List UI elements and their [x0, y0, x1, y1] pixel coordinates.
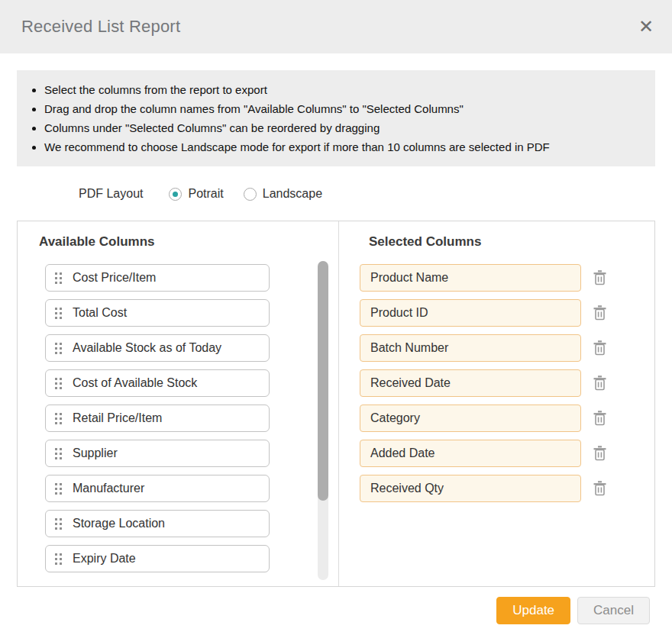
available-column-item[interactable]: Total Cost — [45, 299, 270, 327]
trash-icon — [593, 305, 606, 321]
delete-column-button[interactable] — [592, 305, 607, 321]
selected-column-label: Product ID — [370, 306, 428, 320]
selected-column-label: Received Date — [370, 376, 451, 390]
selected-column-row: Added Date — [360, 440, 654, 467]
selected-column-item[interactable]: Product Name — [360, 264, 581, 292]
available-column-label: Total Cost — [73, 306, 127, 320]
selected-column-label: Added Date — [370, 446, 435, 460]
radio-option-label: Potrait — [188, 187, 223, 201]
available-column-item[interactable]: Cost Price/Item — [45, 264, 270, 292]
available-column-label: Available Stock as of Today — [73, 341, 221, 355]
available-column-label: Retail Price/Item — [73, 411, 162, 425]
selected-column-row: Category — [360, 405, 654, 432]
available-column-item[interactable]: Supplier — [45, 440, 270, 467]
selected-column-label: Received Qty — [370, 482, 444, 495]
available-column-item[interactable]: Cost of Available Stock — [45, 369, 270, 397]
available-column-label: Manufacturer — [73, 482, 144, 495]
page-title: Received List Report — [21, 17, 180, 37]
selected-column-label: Category — [370, 411, 420, 425]
available-scrollbar-thumb[interactable] — [318, 261, 328, 501]
close-icon[interactable]: ✕ — [638, 18, 654, 36]
selected-column-item[interactable]: Received Date — [360, 369, 581, 397]
available-column-label: Supplier — [73, 446, 118, 460]
radio-button-icon[interactable] — [244, 188, 257, 201]
selected-columns-title: Selected Columns — [369, 234, 654, 250]
selected-columns-list: Product Name Product ID — [360, 264, 654, 502]
selected-column-item[interactable]: Batch Number — [360, 334, 581, 362]
trash-icon — [593, 270, 606, 285]
available-column-item[interactable]: Manufacturer — [45, 475, 270, 502]
selected-column-label: Batch Number — [370, 341, 448, 355]
drag-handle-icon[interactable] — [55, 483, 62, 495]
drag-handle-icon[interactable] — [55, 343, 62, 354]
available-column-label: Cost Price/Item — [73, 271, 156, 285]
available-column-label: Cost of Available Stock — [73, 376, 197, 390]
selected-column-item[interactable]: Added Date — [360, 440, 581, 467]
available-column-item[interactable]: Available Stock as of Today — [45, 334, 270, 362]
selected-column-row: Batch Number — [360, 334, 654, 362]
pdf-layout-options: Potrait Landscape — [169, 187, 342, 201]
radio-option-label: Landscape — [263, 187, 322, 201]
available-scrollbar-track[interactable] — [318, 261, 328, 580]
selected-column-label: Product Name — [370, 271, 448, 285]
drag-handle-icon[interactable] — [55, 553, 62, 565]
selected-column-row: Received Date — [360, 369, 654, 397]
trash-icon — [593, 411, 606, 426]
selected-column-row: Received Qty — [360, 475, 654, 502]
available-column-item[interactable]: Retail Price/Item — [45, 405, 270, 432]
delete-column-button[interactable] — [592, 375, 607, 392]
delete-column-button[interactable] — [592, 410, 607, 427]
trash-icon — [593, 376, 606, 391]
available-column-label: Expiry Date — [73, 552, 136, 566]
instructions-list: Select the columns from the report to ex… — [32, 80, 643, 156]
drag-handle-icon[interactable] — [55, 448, 62, 459]
available-columns-title: Available Columns — [39, 234, 338, 250]
selected-columns-section: Selected Columns Product Name Product ID — [339, 221, 654, 586]
delete-column-button[interactable] — [592, 445, 607, 462]
columns-panel: Available Columns Cost Price/Item Total … — [17, 221, 655, 587]
drag-handle-icon[interactable] — [55, 413, 62, 424]
available-column-item[interactable]: Storage Location — [45, 510, 270, 537]
instruction-item: We recommend to choose Landscape mode fo… — [44, 137, 643, 156]
radio-option-landscape[interactable]: Landscape — [244, 187, 322, 201]
instruction-item: Drag and drop the column names from "Ava… — [44, 99, 643, 118]
radio-option-potrait[interactable]: Potrait — [169, 187, 223, 201]
drag-handle-icon[interactable] — [55, 378, 62, 389]
delete-column-button[interactable] — [592, 340, 607, 356]
delete-column-button[interactable] — [592, 269, 607, 286]
pdf-layout-row: PDF Layout Potrait Landscape — [79, 185, 672, 203]
instructions-box: Select the columns from the report to ex… — [17, 70, 655, 166]
trash-icon — [593, 481, 606, 496]
trash-icon — [593, 446, 606, 461]
drag-handle-icon[interactable] — [55, 308, 62, 319]
selected-column-item[interactable]: Received Qty — [360, 475, 581, 502]
modal-header: Received List Report ✕ — [0, 0, 672, 53]
trash-icon — [593, 340, 606, 356]
available-columns-list: Cost Price/Item Total Cost Available Sto… — [45, 264, 270, 579]
delete-column-button[interactable] — [592, 480, 607, 497]
footer: Update Cancel — [0, 597, 650, 624]
instruction-item: Select the columns from the report to ex… — [44, 80, 643, 99]
drag-handle-icon[interactable] — [55, 518, 62, 530]
selected-column-item[interactable]: Product ID — [360, 299, 581, 327]
selected-column-row: Product Name — [360, 264, 654, 292]
cancel-button[interactable]: Cancel — [577, 597, 650, 624]
selected-column-item[interactable]: Category — [360, 405, 581, 432]
available-column-label: Storage Location — [73, 517, 165, 530]
pdf-layout-label: PDF Layout — [79, 187, 143, 201]
radio-button-icon[interactable] — [169, 188, 182, 201]
selected-column-row: Product ID — [360, 299, 654, 327]
available-columns-section: Available Columns Cost Price/Item Total … — [18, 221, 339, 586]
update-button[interactable]: Update — [496, 597, 570, 624]
instruction-item: Columns under "Selected Columns" can be … — [44, 118, 643, 137]
available-column-item[interactable]: Expiry Date — [45, 545, 270, 572]
drag-handle-icon[interactable] — [55, 272, 62, 284]
